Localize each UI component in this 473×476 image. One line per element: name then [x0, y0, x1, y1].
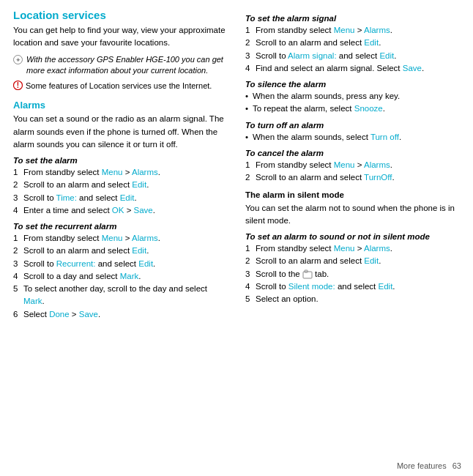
recurrent-title: To set the recurrent alarm: [13, 222, 229, 231]
alarms-link: Alarms: [132, 168, 158, 176]
silent-steps: 1From standby select Menu > Alarms. 2Scr…: [245, 242, 463, 305]
turnoff-link: Turn off: [370, 133, 399, 141]
set-alarm-title: To set the alarm: [13, 156, 229, 165]
turnoff-title: To turn off an alarm: [245, 121, 463, 130]
ok-link: OK: [112, 206, 124, 215]
edit-link2: Edit: [138, 259, 153, 268]
step-item: 3Scroll to Alarm signal: and select Edit…: [245, 50, 463, 62]
step-item: 1From standby select Menu > Alarms.: [245, 24, 463, 37]
recurrent-steps: 1From standby select Menu > Alarms. 2Scr…: [13, 232, 229, 321]
edit-link2: Edit: [379, 51, 394, 60]
step-item: 2Scroll to an alarm and select Edit.: [245, 255, 463, 267]
cancel-title: To cancel the alarm: [245, 149, 463, 157]
left-column: Location services You can get help to fi…: [0, 0, 236, 476]
menu-link: Menu: [334, 244, 355, 253]
mark-link: Mark: [120, 272, 139, 280]
tip-icon: ✦: [13, 55, 23, 66]
recurrent-link: Recurrent:: [56, 259, 96, 268]
warn-note: ! Some features of Location services use…: [13, 81, 229, 92]
step-item: 5To select another day, scroll to the da…: [13, 283, 229, 308]
bullet-item: When the alarm sounds, select Turn off.: [245, 131, 463, 144]
mark-link2: Mark: [23, 297, 42, 305]
edit-link: Edit: [132, 246, 146, 255]
alarms-body: You can set a sound or the radio as an a…: [13, 113, 229, 151]
step-item: 1From standby select Menu > Alarms.: [245, 242, 463, 255]
alarms-link: Alarms: [364, 244, 390, 253]
done-link: Done: [49, 310, 70, 319]
alarms-link: Alarms: [364, 26, 390, 34]
bullet-item: To repeat the alarm, select Snooze.: [245, 103, 463, 115]
footer-page: 63: [452, 461, 461, 470]
bullet-item: When the alarm sounds, press any key.: [245, 90, 463, 103]
edit-link: Edit: [132, 180, 146, 189]
location-body: You can get help to find your way, view …: [13, 24, 229, 50]
tab-icon: [302, 268, 313, 278]
svg-text:✦: ✦: [15, 56, 21, 64]
step-item: 2Scroll to an alarm and select TurnOff.: [245, 171, 463, 184]
signal-title: To set the alarm signal: [245, 14, 463, 23]
snooze-link: Snooze: [354, 104, 383, 113]
menu-link: Menu: [102, 168, 123, 176]
svg-text:!: !: [17, 81, 19, 89]
warn-text: Some features of Location services use t…: [26, 81, 212, 92]
alarms-link: Alarms: [364, 160, 390, 169]
menu-link: Menu: [334, 160, 355, 169]
step-item: 2Scroll to an alarm and select Edit.: [245, 37, 463, 49]
right-column: To set the alarm signal 1From standby se…: [236, 0, 473, 476]
step-item: 4Enter a time and select OK > Save.: [13, 204, 229, 217]
silent-mode-link: Silent mode:: [288, 282, 335, 291]
save-link2: Save: [79, 310, 98, 319]
turnoff-bullets: When the alarm sounds, select Turn off.: [245, 131, 463, 144]
step-item: 4Find and select an alarm signal. Select…: [245, 62, 463, 75]
step-item: 3Scroll to Recurrent: and select Edit.: [13, 258, 229, 270]
step-item: 3Scroll to the tab.: [245, 268, 463, 280]
alarms-title: Alarms: [13, 100, 229, 111]
silence-bullets: When the alarm sounds, press any key. To…: [245, 90, 463, 116]
step-item: 1From standby select Menu > Alarms.: [13, 232, 229, 245]
alarms-section: Alarms You can set a sound or the radio …: [13, 100, 229, 151]
footer: More features 63: [397, 461, 461, 470]
step-item: 5Select an option.: [245, 293, 463, 305]
silence-title: To silence the alarm: [245, 80, 463, 89]
turnoff-link: TurnOff: [364, 173, 392, 182]
footer-label: More features: [397, 461, 447, 470]
silent-section-body: You can set the alarm not to sound when …: [245, 202, 463, 228]
tip-note: ✦ With the accessory GPS Enabler HGE-100…: [13, 54, 229, 78]
step-item: 2Scroll to an alarm and select Edit.: [13, 179, 229, 191]
cancel-steps: 1From standby select Menu > Alarms. 2Scr…: [245, 159, 463, 185]
menu-link: Menu: [334, 26, 355, 34]
location-title: Location services: [13, 9, 229, 21]
step-item: 4Scroll to a day and select Mark.: [13, 270, 229, 283]
edit-link: Edit: [364, 38, 379, 47]
menu-link: Menu: [102, 234, 123, 242]
edit-link2: Edit: [379, 282, 393, 291]
tip-text: With the accessory GPS Enabler HGE-100 y…: [26, 54, 229, 78]
edit-link2: Edit: [120, 193, 135, 202]
step-item: 4Scroll to Silent mode: and select Edit.: [245, 280, 463, 293]
step-item: 3Scroll to Time: and select Edit.: [13, 192, 229, 204]
step-item: 6Select Done > Save.: [13, 308, 229, 321]
alarm-signal-link: Alarm signal:: [288, 51, 336, 60]
step-item: 1From standby select Menu > Alarms.: [13, 166, 229, 179]
silent-section-title: The alarm in silent mode: [245, 190, 344, 199]
step-item: 1From standby select Menu > Alarms.: [245, 159, 463, 171]
edit-link: Edit: [364, 256, 379, 265]
silent-set-title: To set an alarm to sound or not in silen…: [245, 232, 463, 241]
warn-icon: !: [13, 81, 23, 92]
signal-steps: 1From standby select Menu > Alarms. 2Scr…: [245, 24, 463, 75]
alarms-link: Alarms: [132, 234, 158, 242]
save-link: Save: [403, 64, 422, 72]
set-alarm-steps: 1From standby select Menu > Alarms. 2Scr…: [13, 166, 229, 217]
page: Location services You can get help to fi…: [0, 0, 473, 476]
step-item: 2Scroll to an alarm and select Edit.: [13, 245, 229, 257]
time-link: Time:: [56, 193, 77, 202]
save-link: Save: [134, 206, 153, 215]
